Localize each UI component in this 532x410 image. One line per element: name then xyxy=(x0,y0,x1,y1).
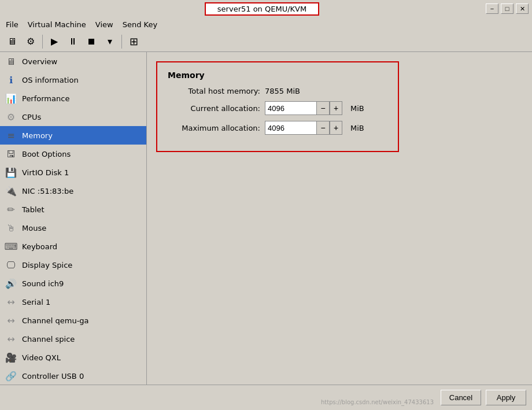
toolbar-settings-btn[interactable]: ⚙ xyxy=(22,34,39,50)
cancel-button[interactable]: Cancel xyxy=(441,390,481,405)
max-allocation-row: Maximum allocation: − + MiB xyxy=(168,121,387,135)
settings-icon: ⚙ xyxy=(27,36,35,47)
display-icon: 🖵 xyxy=(5,258,17,271)
sidebar-label-mouse: Mouse xyxy=(22,224,46,232)
toolbar-stop-btn[interactable]: ⏹ xyxy=(83,34,100,50)
sidebar-item-channel-qemu-ga[interactable]: ↔ Channel qemu-ga xyxy=(0,311,146,330)
sidebar-label-virtio-disk1: VirtIO Disk 1 xyxy=(22,168,69,177)
sidebar-item-video-qxl[interactable]: 🎥 Video QXL xyxy=(0,348,146,367)
sidebar-label-keyboard: Keyboard xyxy=(22,242,57,251)
memory-icon: ≡ xyxy=(5,129,17,142)
right-panel: Memory Total host memory: 7855 MiB Curre… xyxy=(147,52,532,385)
sidebar-label-memory: Memory xyxy=(22,131,53,140)
dropdown-icon: ▾ xyxy=(108,36,112,47)
sidebar-item-sound-ich9[interactable]: 🔊 Sound ich9 xyxy=(0,274,146,293)
sidebar-label-channel-spice: Channel spice xyxy=(22,335,75,343)
watermark: https://blog.csdn.net/weixin_47433613 xyxy=(321,399,434,405)
apply-button[interactable]: Apply xyxy=(486,390,526,405)
sidebar-item-performance[interactable]: 📊 Performance xyxy=(0,89,146,108)
sidebar-item-tablet[interactable]: ✏ Tablet xyxy=(0,200,146,219)
sound-icon: 🔊 xyxy=(5,277,17,290)
screenshot-icon: ⊞ xyxy=(130,35,138,48)
title-bar-controls: − □ ✕ xyxy=(486,3,529,14)
sidebar-label-boot-options: Boot Options xyxy=(22,150,71,158)
minimize-button[interactable]: − xyxy=(486,3,498,14)
close-button[interactable]: ✕ xyxy=(516,3,529,14)
nic-icon: 🔌 xyxy=(5,184,17,197)
channel-spice-icon: ↔ xyxy=(5,333,17,345)
toolbar-screenshot-btn[interactable]: ⊞ xyxy=(125,34,142,50)
current-alloc-input[interactable] xyxy=(265,101,317,115)
sidebar-item-keyboard[interactable]: ⌨ Keyboard xyxy=(0,237,146,256)
cpus-icon: ⚙ xyxy=(5,110,17,123)
sidebar-label-serial1: Serial 1 xyxy=(22,298,50,306)
max-alloc-input[interactable] xyxy=(265,121,317,135)
toolbar-monitor-btn[interactable]: 🖥 xyxy=(3,34,21,50)
max-alloc-plus-btn[interactable]: + xyxy=(330,121,342,135)
toolbar-separator-2 xyxy=(121,35,122,49)
current-alloc-input-group: − + xyxy=(265,101,342,115)
sidebar-item-overview[interactable]: 🖥 Overview xyxy=(0,52,146,71)
disk-icon: 💾 xyxy=(5,166,17,179)
current-alloc-minus-btn[interactable]: − xyxy=(317,101,330,115)
sidebar-item-nic[interactable]: 🔌 NIC :51:83:be xyxy=(0,182,146,200)
sidebar-label-os-information: OS information xyxy=(22,76,79,84)
sidebar-item-display-spice[interactable]: 🖵 Display Spice xyxy=(0,256,146,274)
total-host-value: 7855 MiB xyxy=(265,87,300,95)
sidebar-item-memory[interactable]: ≡ Memory xyxy=(0,126,146,145)
serial-icon: ↔ xyxy=(5,296,17,308)
sidebar-item-mouse[interactable]: 🖱 Mouse xyxy=(0,219,146,237)
max-alloc-label: Maximum allocation: xyxy=(168,124,260,132)
toolbar-pause-btn[interactable]: ⏸ xyxy=(64,34,82,50)
toolbar: 🖥 ⚙ ▶ ⏸ ⏹ ▾ ⊞ xyxy=(0,31,532,52)
keyboard-icon: ⌨ xyxy=(5,240,17,253)
tablet-icon: ✏ xyxy=(5,203,17,216)
toolbar-play-btn[interactable]: ▶ xyxy=(46,34,63,50)
max-alloc-unit: MiB xyxy=(350,124,364,132)
pause-icon: ⏸ xyxy=(68,36,77,47)
os-icon: ℹ xyxy=(5,73,17,86)
boot-icon: 🖫 xyxy=(5,147,17,160)
current-alloc-label: Current allocation: xyxy=(168,104,260,113)
stop-icon: ⏹ xyxy=(87,36,96,47)
sidebar-item-channel-spice[interactable]: ↔ Channel spice xyxy=(0,330,146,348)
total-host-label: Total host memory: xyxy=(168,87,260,95)
bottom-bar: https://blog.csdn.net/weixin_47433613 Ca… xyxy=(0,385,532,410)
menu-virtual-machine[interactable]: Virtual Machine xyxy=(24,19,90,30)
sidebar-item-serial1[interactable]: ↔ Serial 1 xyxy=(0,293,146,311)
menu-file[interactable]: File xyxy=(2,19,22,30)
sidebar-item-controller-usb0[interactable]: 🔗 Controller USB 0 xyxy=(0,367,146,385)
current-alloc-plus-btn[interactable]: + xyxy=(330,101,342,115)
menu-view[interactable]: View xyxy=(92,19,117,30)
main-content: 🖥 Overview ℹ OS information 📊 Performanc… xyxy=(0,52,532,385)
sidebar-label-performance: Performance xyxy=(22,94,69,103)
mouse-icon: 🖱 xyxy=(5,221,17,234)
sidebar-label-video-qxl: Video QXL xyxy=(22,353,61,362)
restore-button[interactable]: □ xyxy=(501,3,513,14)
sidebar-item-boot-options[interactable]: 🖫 Boot Options xyxy=(0,145,146,163)
sidebar-label-display-spice: Display Spice xyxy=(22,261,72,269)
sidebar-label-cpus: CPUs xyxy=(22,113,41,121)
sidebar-label-overview: Overview xyxy=(22,57,57,66)
max-alloc-minus-btn[interactable]: − xyxy=(317,121,330,135)
sidebar-label-tablet: Tablet xyxy=(22,205,45,214)
sidebar: 🖥 Overview ℹ OS information 📊 Performanc… xyxy=(0,52,147,385)
title-bar: server51 on QEMU/KVM − □ ✕ xyxy=(0,0,532,17)
sidebar-label-nic: NIC :51:83:be xyxy=(22,187,73,195)
memory-panel: Memory Total host memory: 7855 MiB Curre… xyxy=(156,61,399,152)
toolbar-dropdown-btn[interactable]: ▾ xyxy=(101,34,119,50)
memory-panel-title: Memory xyxy=(168,71,387,80)
window-title: server51 on QEMU/KVM xyxy=(205,2,319,16)
current-alloc-unit: MiB xyxy=(350,104,364,113)
sidebar-item-os-information[interactable]: ℹ OS information xyxy=(0,71,146,89)
menu-bar: File Virtual Machine View Send Key xyxy=(0,17,532,31)
sidebar-item-virtio-disk1[interactable]: 💾 VirtIO Disk 1 xyxy=(0,163,146,182)
sidebar-label-sound-ich9: Sound ich9 xyxy=(22,279,64,288)
max-alloc-input-group: − + xyxy=(265,121,342,135)
video-icon: 🎥 xyxy=(5,351,17,364)
monitor-icon: 🖥 xyxy=(8,36,17,47)
sidebar-item-cpus[interactable]: ⚙ CPUs xyxy=(0,108,146,126)
current-allocation-row: Current allocation: − + MiB xyxy=(168,101,387,115)
menu-send-key[interactable]: Send Key xyxy=(119,19,161,30)
total-host-memory-row: Total host memory: 7855 MiB xyxy=(168,87,387,95)
